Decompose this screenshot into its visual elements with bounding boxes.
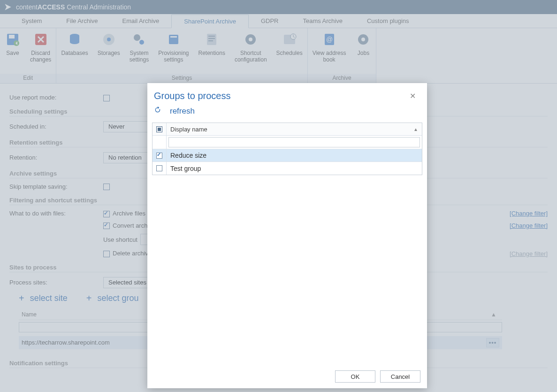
select-all-checkbox[interactable]: [156, 126, 162, 132]
col-display-name[interactable]: Display name: [170, 126, 207, 133]
refresh-link[interactable]: refresh: [147, 104, 427, 121]
row-name: Reduce size: [170, 152, 206, 159]
groups-grid: Display name ▲ Reduce size Test group: [152, 123, 422, 175]
groups-modal: Groups to process ✕ refresh Display name…: [147, 83, 427, 388]
close-icon[interactable]: ✕: [407, 91, 419, 101]
cancel-button[interactable]: Cancel: [380, 370, 420, 383]
grid-filter-input[interactable]: [168, 137, 420, 147]
ok-button[interactable]: OK: [335, 370, 375, 383]
row-checkbox[interactable]: [156, 165, 162, 171]
row-checkbox[interactable]: [156, 153, 162, 159]
refresh-icon: [154, 106, 161, 116]
list-item[interactable]: Reduce size: [153, 149, 422, 162]
row-name: Test group: [170, 165, 201, 172]
sort-caret-icon[interactable]: ▲: [413, 127, 418, 132]
modal-title: Groups to process: [154, 91, 230, 101]
list-item[interactable]: Test group: [153, 162, 422, 175]
